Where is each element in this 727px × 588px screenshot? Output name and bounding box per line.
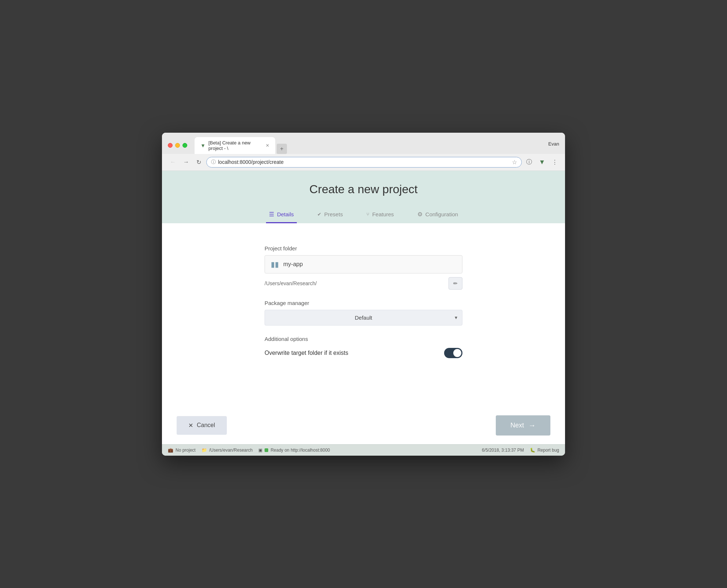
nav-bar: ← → ↻ ⓘ localhost:8000/project/create ☆ … [162, 154, 565, 171]
browser-tab-active[interactable]: ▼ [Beta] Create a new project - \ ✕ [195, 137, 275, 154]
reload-button[interactable]: ↻ [194, 157, 203, 167]
browser-window: ▼ [Beta] Create a new project - \ ✕ + Ev… [162, 133, 565, 456]
forward-button[interactable]: → [181, 157, 191, 167]
folder-name: my-app [283, 261, 303, 268]
tabs-nav: ☰ Details ✔ Presets ⑂ Features ⚙ Configu… [162, 206, 565, 223]
extensions-icon[interactable]: ⓘ [525, 157, 534, 168]
menu-icon[interactable]: ⋮ [550, 157, 559, 167]
status-path-text: /Users/evan/Research [209, 448, 253, 453]
close-button[interactable] [168, 143, 173, 148]
project-folder-label: Project folder [265, 245, 462, 251]
status-bar: 💼 No project 📁 /Users/evan/Research ▣ Re… [162, 444, 565, 456]
briefcase-icon: 💼 [168, 448, 173, 453]
tab-features[interactable]: ⑂ Features [364, 206, 397, 223]
package-manager-label: Package manager [265, 300, 462, 306]
overwrite-label: Overwrite target folder if it exists [265, 350, 348, 356]
additional-options-label: Additional options [265, 336, 462, 342]
tab-details[interactable]: ☰ Details [266, 206, 297, 223]
tab-details-label: Details [277, 211, 294, 217]
status-ready-indicator [265, 448, 268, 452]
page-header: Create a new project ☰ Details ✔ Presets… [162, 171, 565, 223]
report-bug-label: Report bug [538, 448, 559, 453]
bookmark-icon[interactable]: ☆ [512, 159, 517, 166]
tab-favicon-icon: ▼ [200, 143, 206, 148]
page-title: Create a new project [162, 183, 565, 196]
overwrite-option-row: Overwrite target folder if it exists [265, 348, 462, 358]
overwrite-toggle[interactable] [444, 348, 462, 358]
status-timestamp: 6/5/2018, 3:13:37 PM [482, 448, 524, 453]
url-info-icon: ⓘ [211, 159, 216, 165]
folder-status-icon: 📁 [202, 448, 207, 453]
back-button[interactable]: ← [168, 157, 178, 167]
minimize-button[interactable] [175, 143, 180, 148]
terminal-icon: ▣ [258, 448, 262, 453]
tab-configuration[interactable]: ⚙ Configuration [414, 206, 461, 223]
cancel-label: Cancel [197, 422, 215, 429]
no-project-text: No project [176, 448, 196, 453]
package-manager-select-wrapper: Default npm yarn pnpm ▾ [265, 310, 462, 326]
next-label: Next [510, 422, 524, 429]
features-icon: ⑂ [366, 212, 369, 217]
status-no-project: 💼 No project [168, 448, 196, 453]
folder-path: /Users/evan/Research/ [265, 280, 446, 286]
url-text: localhost:8000/project/create [218, 159, 510, 165]
tab-presets-label: Presets [324, 211, 343, 217]
edit-path-button[interactable]: ✏ [449, 277, 462, 290]
next-button[interactable]: Next → [496, 415, 550, 436]
folder-input[interactable]: ▮▮ my-app [265, 255, 462, 273]
next-arrow-icon: → [528, 421, 536, 430]
tab-close-icon[interactable]: ✕ [266, 143, 269, 148]
folder-icon: ▮▮ [271, 260, 279, 269]
package-manager-select[interactable]: Default npm yarn pnpm [265, 310, 462, 326]
tab-features-label: Features [372, 211, 394, 217]
presets-icon: ✔ [317, 212, 321, 217]
cancel-button[interactable]: ✕ Cancel [177, 416, 227, 435]
title-bar: ▼ [Beta] Create a new project - \ ✕ + Ev… [162, 133, 565, 154]
footer-buttons: ✕ Cancel Next → [162, 407, 565, 444]
form-area: Project folder ▮▮ my-app /Users/evan/Res… [265, 238, 462, 376]
package-manager-group: Package manager Default npm yarn pnpm ▾ [265, 300, 462, 326]
tab-presets[interactable]: ✔ Presets [314, 206, 346, 223]
nav-icons: ⓘ ▼ ⋮ [525, 157, 559, 168]
project-folder-group: Project folder ▮▮ my-app /Users/evan/Res… [265, 245, 462, 290]
configuration-icon: ⚙ [417, 211, 422, 218]
bug-icon: 🐛 [530, 448, 535, 453]
tab-title: [Beta] Create a new project - \ [208, 140, 261, 151]
path-row: /Users/evan/Research/ ✏ [265, 277, 462, 290]
tab-area: ▼ [Beta] Create a new project - \ ✕ + [195, 137, 544, 154]
traffic-lights [168, 143, 187, 148]
additional-options-section: Additional options Overwrite target fold… [265, 336, 462, 358]
details-icon: ☰ [269, 211, 274, 218]
report-bug-button[interactable]: 🐛 Report bug [530, 448, 559, 453]
status-path: 📁 /Users/evan/Research [202, 448, 253, 453]
url-bar[interactable]: ⓘ localhost:8000/project/create ☆ [206, 157, 522, 168]
maximize-button[interactable] [182, 143, 187, 148]
vue-devtools-icon[interactable]: ▼ [537, 157, 547, 168]
status-terminal: ▣ Ready on http://localhost:8000 [258, 448, 330, 453]
page-body: Project folder ▮▮ my-app /Users/evan/Res… [162, 223, 565, 407]
new-tab-button[interactable]: + [277, 144, 287, 154]
tab-configuration-label: Configuration [425, 211, 458, 217]
user-label: Evan [548, 141, 559, 150]
cancel-icon: ✕ [188, 422, 193, 429]
status-ready-text: Ready on http://localhost:8000 [270, 448, 330, 453]
